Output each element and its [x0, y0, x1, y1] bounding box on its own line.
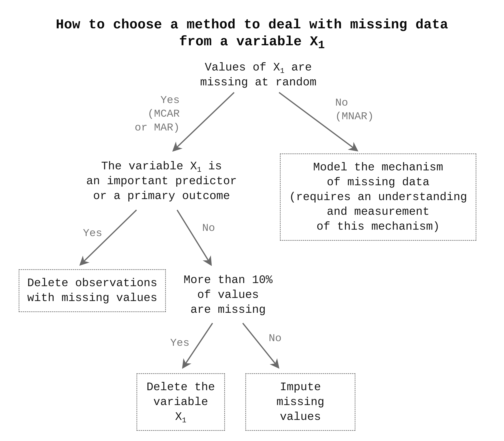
- model-l3: (requires an understanding: [289, 191, 467, 204]
- model-l5: of this mechanism): [316, 220, 440, 233]
- decision-tree-diagram: How to choose a method to deal with miss…: [0, 0, 504, 441]
- edge-label-root-yes: Yes (MCAR or MAR): [125, 93, 180, 134]
- root-line1a: Values of X: [205, 61, 280, 74]
- title-line-1: How to choose a method to deal with miss…: [56, 17, 448, 32]
- edge-label-imp-no: No: [202, 221, 215, 235]
- root-yes-l3: or MAR): [135, 122, 180, 134]
- root-no-l2: (MNAR): [335, 110, 374, 123]
- m10-l2: of values: [197, 288, 259, 301]
- model-l2: of missing data: [327, 176, 429, 189]
- imp-l1b: is: [202, 160, 222, 173]
- node-important-predictor: The variable X1 is an important predicto…: [68, 159, 255, 203]
- title-subscript: 1: [318, 39, 325, 51]
- edge-label-root-no: No (MNAR): [335, 96, 374, 123]
- node-delete-observations: Delete observations with missing values: [19, 269, 166, 312]
- node-model-mechanism: Model the mechanism of missing data (req…: [280, 154, 476, 241]
- delvar-l1: Delete the: [146, 381, 215, 394]
- root-yes-l1: Yes: [160, 94, 180, 106]
- node-delete-variable: Delete the variable X1: [137, 373, 225, 431]
- imp-l2: an important predictor: [86, 175, 237, 188]
- imp-l1a: The variable X: [101, 160, 197, 173]
- m10-l3: are missing: [190, 303, 266, 316]
- m10-l1: More than 10%: [184, 274, 273, 286]
- impute-l2: missing values: [276, 395, 324, 423]
- model-l4: and measurement: [327, 205, 429, 218]
- imp-sub: 1: [197, 166, 201, 174]
- root-line2: missing at random: [200, 76, 316, 89]
- edge-label-m10-no: No: [269, 331, 282, 345]
- root-sub: 1: [280, 67, 284, 75]
- root-line1b: are: [284, 61, 312, 74]
- edge-imp-no: [177, 210, 211, 264]
- delobs-l2: with missing values: [27, 292, 158, 304]
- delvar-sub: 1: [182, 416, 186, 425]
- root-no-l1: No: [335, 97, 348, 109]
- imp-l3: or a primary outcome: [93, 189, 230, 203]
- page-title: How to choose a method to deal with miss…: [45, 16, 459, 52]
- delobs-l1: Delete observations: [27, 277, 158, 290]
- edge-m10-no: [243, 323, 278, 367]
- delvar-l2a: variable X: [153, 395, 208, 423]
- node-missing-at-random: Values of X1 are missing at random: [182, 60, 334, 90]
- model-l1: Model the mechanism: [313, 161, 443, 174]
- edge-label-m10-yes: Yes: [170, 336, 189, 350]
- impute-l1: Impute: [280, 381, 321, 394]
- edge-root-yes: [174, 93, 234, 150]
- node-more-than-10pct: More than 10% of values are missing: [174, 273, 283, 317]
- root-yes-l2: (MCAR: [148, 108, 180, 120]
- title-line-2a: from a variable X: [179, 34, 318, 49]
- node-impute: Impute missing values: [245, 373, 355, 431]
- edge-label-imp-yes: Yes: [83, 226, 102, 240]
